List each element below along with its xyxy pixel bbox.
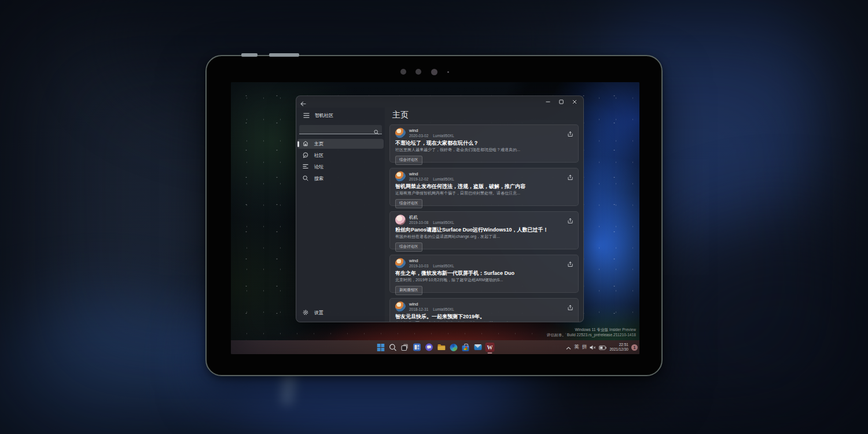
scene: 智机社区 主页 — [0, 0, 868, 434]
power-button — [241, 53, 258, 57]
volume-rocker — [269, 53, 299, 57]
tablet-device: 智机社区 主页 — [205, 55, 663, 376]
camera-led — [447, 71, 449, 73]
front-camera-dot — [400, 69, 406, 75]
tablet-screen: 智机社区 主页 — [231, 82, 639, 354]
screen-shade — [231, 82, 639, 354]
front-camera-dot — [415, 69, 421, 75]
front-camera — [431, 69, 437, 75]
